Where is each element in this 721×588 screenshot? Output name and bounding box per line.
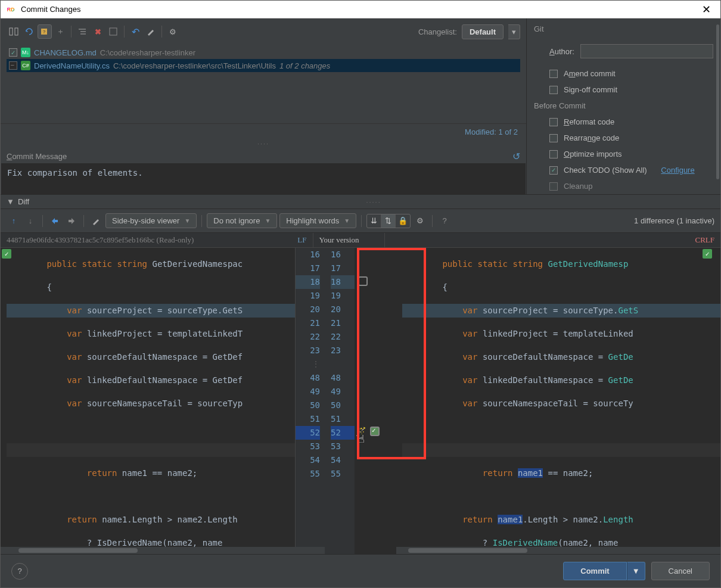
- configure-link[interactable]: Configure: [661, 166, 694, 175]
- file-name: DerivedNameUtility.cs: [34, 61, 110, 70]
- edit-diff-icon[interactable]: [89, 214, 103, 228]
- author-label: Author:: [549, 47, 574, 56]
- diff-area: ✓ public static string GetDerivedNamespa…: [1, 248, 720, 554]
- cs-file-icon: C#: [21, 61, 30, 70]
- layout-toggle-group[interactable]: ⇊ ⇅ 🔒: [366, 214, 411, 228]
- history-icon[interactable]: ↺: [512, 151, 520, 162]
- left-gutter: 1617181920212223⋮4849505152535455: [295, 248, 325, 554]
- edit-icon[interactable]: [144, 24, 158, 39]
- commit-message-label: Commit Message: [7, 152, 67, 161]
- close-icon[interactable]: ✕: [697, 3, 716, 16]
- before-commit-header: Before Commit: [534, 101, 713, 110]
- diff-collapse-icon[interactable]: ▼: [7, 197, 14, 206]
- diff-label: Diff: [18, 197, 29, 206]
- right-revision-header: Your version: [313, 233, 385, 247]
- changelist-icon[interactable]: ?: [38, 24, 52, 39]
- reformat-label: Reformat code: [564, 117, 614, 126]
- jump-source-icon[interactable]: [48, 214, 62, 228]
- dialog-footer: ? Commit ▼ Cancel: [1, 554, 720, 587]
- file-checkbox[interactable]: [9, 48, 17, 57]
- optimize-label: Optimize imports: [564, 150, 622, 158]
- sync-scroll-icon[interactable]: ⇅: [381, 214, 396, 228]
- diff-count: 1 difference (1 inactive): [634, 216, 714, 225]
- scrollbar-h[interactable]: [396, 547, 720, 554]
- help-button[interactable]: ?: [11, 563, 28, 580]
- window-title: Commit Changes: [21, 5, 80, 14]
- gear-icon[interactable]: ⚙: [166, 24, 180, 39]
- file-path: C:\code\resharper-testlinker: [100, 48, 195, 57]
- cleanup-checkbox[interactable]: [549, 182, 558, 191]
- titlebar: RD Commit Changes ✕: [1, 1, 720, 18]
- delete-icon[interactable]: ✖: [91, 24, 105, 39]
- diff-controls: 🪄 ☝: [355, 248, 396, 554]
- svg-rect-7: [110, 28, 117, 35]
- svg-rect-0: [10, 28, 13, 35]
- right-gutter: 1617181920212223 4849505152535455: [325, 248, 355, 554]
- add-icon[interactable]: ＋: [53, 24, 67, 39]
- file-checkbox[interactable]: –: [9, 61, 17, 70]
- left-code: public static string GetDerivedNamespac …: [1, 248, 295, 554]
- gear-icon[interactable]: ⚙: [413, 214, 427, 228]
- file-path: C:\code\resharper-testlinker\src\TestLin…: [113, 61, 276, 70]
- file-changes: 1 of 2 changes: [279, 61, 330, 70]
- modified-summary: Modified: 1 of 2: [1, 123, 526, 140]
- file-list: M↓ CHANGELOG.md C:\code\resharper-testli…: [1, 45, 526, 123]
- file-name: CHANGELOG.md: [34, 48, 97, 57]
- file-row[interactable]: – C# DerivedNameUtility.cs C:\code\resha…: [7, 59, 520, 72]
- left-revision-header: 44871a9e06fdc43937821ac5c7c895ef5eb166bc…: [1, 233, 313, 247]
- scrollbar-h[interactable]: [1, 547, 325, 554]
- group-icon[interactable]: [75, 24, 89, 39]
- highlight-dropdown[interactable]: Highlight words▼: [279, 213, 356, 228]
- next-diff-icon[interactable]: ↓: [23, 214, 38, 228]
- author-input[interactable]: [580, 44, 713, 58]
- ignore-dropdown[interactable]: Do not ignore▼: [207, 213, 277, 228]
- commit-dropdown-icon[interactable]: ▼: [627, 562, 645, 580]
- diff-toolbar: ↑ ↓ Side-by-side viewer▼ Do not ignore▼ …: [1, 209, 720, 233]
- rearrange-label: Rearrange code: [564, 133, 619, 142]
- reformat-checkbox[interactable]: [549, 118, 558, 126]
- cancel-button[interactable]: Cancel: [651, 562, 710, 580]
- svg-rect-1: [15, 28, 18, 35]
- collapse-unchanged-icon[interactable]: ⇊: [367, 214, 381, 228]
- svg-text:?: ?: [43, 29, 46, 35]
- signoff-label: Sign-off commit: [564, 85, 617, 94]
- diff-icon[interactable]: [7, 24, 21, 39]
- include-chunk-checkbox[interactable]: [358, 276, 368, 286]
- commit-message-input[interactable]: [1, 163, 526, 194]
- left-encoding: LF: [297, 235, 306, 245]
- git-title: Git: [534, 24, 713, 33]
- file-row[interactable]: M↓ CHANGELOG.md C:\code\resharper-testli…: [7, 46, 520, 59]
- app-icon: RD: [5, 4, 16, 15]
- prev-diff-icon[interactable]: ↑: [7, 214, 21, 228]
- lock-icon[interactable]: 🔒: [396, 214, 410, 228]
- cursor-icon: ☝: [358, 433, 365, 445]
- include-chunk-checkbox[interactable]: [370, 427, 380, 436]
- cleanup-label: Cleanup: [564, 182, 592, 191]
- scrollbar[interactable]: [716, 24, 719, 179]
- signoff-checkbox[interactable]: [549, 86, 558, 94]
- analysis-ok-icon: ✓: [703, 249, 712, 259]
- right-encoding: CRLF: [685, 233, 720, 247]
- right-code[interactable]: public static string GetDerivedNamesp { …: [396, 248, 720, 554]
- commit-button-group: Commit ▼: [563, 562, 645, 580]
- chevron-down-icon[interactable]: ▾: [508, 24, 520, 39]
- jump-target-icon[interactable]: [64, 214, 79, 228]
- todo-label: Check TODO (Show All): [564, 166, 647, 175]
- md-file-icon: M↓: [21, 48, 30, 57]
- todo-checkbox[interactable]: [549, 166, 558, 175]
- copy-icon[interactable]: [106, 24, 120, 39]
- changelist-dropdown[interactable]: Default: [462, 24, 504, 39]
- optimize-checkbox[interactable]: [549, 150, 558, 158]
- viewer-mode-dropdown[interactable]: Side-by-side viewer▼: [105, 213, 197, 228]
- analysis-ok-icon: ✓: [2, 249, 11, 259]
- commit-button[interactable]: Commit: [563, 562, 626, 580]
- amend-checkbox[interactable]: [549, 70, 558, 78]
- git-options-panel: Git Author: Amend commit Sign-off commit…: [527, 18, 720, 194]
- help-icon[interactable]: ?: [437, 214, 452, 228]
- changelist-label: Changelist:: [418, 27, 457, 36]
- commit-toolbar: ? ＋ ✖ ↶ ⚙ Changelist: Default ▾: [1, 18, 526, 45]
- rearrange-checkbox[interactable]: [549, 134, 558, 142]
- refresh-icon[interactable]: [22, 24, 36, 39]
- amend-label: Amend commit: [564, 69, 616, 78]
- undo-icon[interactable]: ↶: [128, 24, 142, 39]
